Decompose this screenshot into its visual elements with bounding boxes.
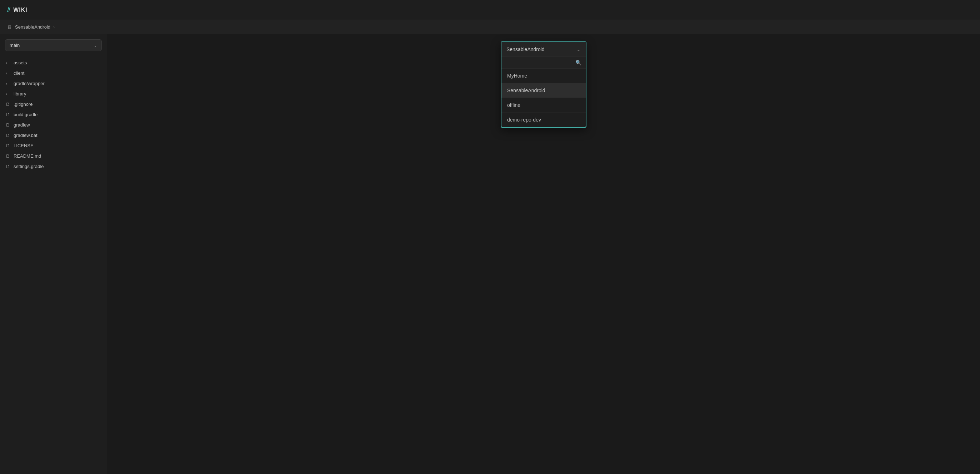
tree-item-assets[interactable]: › assets (0, 57, 107, 68)
file-icon: 🗋 (6, 143, 11, 148)
breadcrumb-bar: 🖥 SensableAndroid › (0, 20, 980, 34)
folder-chevron-icon: › (6, 71, 11, 76)
tree-item-license[interactable]: 🗋 LICENSE (0, 140, 107, 151)
dropdown-list: MyHome SensableAndroid offline demo-repo… (501, 69, 586, 127)
tree-item-label: build.gradle (14, 112, 38, 117)
folder-chevron-icon: › (6, 81, 11, 86)
dropdown-search-input[interactable] (506, 60, 573, 65)
dropdown-item-label: offline (507, 102, 520, 108)
file-icon: 🗋 (6, 164, 11, 169)
tree-item-gradle-wrapper[interactable]: › gradle/wrapper (0, 78, 107, 89)
breadcrumb-chevron-icon: › (53, 25, 55, 30)
tree-item-gradlew[interactable]: 🗋 gradlew (0, 120, 107, 130)
content-area: SensableAndroid ⌄ 🔍 MyHome SensableAndro… (107, 34, 980, 474)
tree-item-gitignore[interactable]: 🗋 .gitignore (0, 99, 107, 109)
repo-icon: 🖥 (7, 24, 12, 30)
tree-item-label: .gitignore (14, 102, 32, 107)
logo-slashes-icon: // (7, 6, 10, 14)
file-icon: 🗋 (6, 112, 11, 117)
tree-item-label: gradlew.bat (14, 132, 38, 138)
tree-item-label: library (14, 91, 26, 97)
tree-item-build-gradle[interactable]: 🗋 build.gradle (0, 109, 107, 120)
tree-item-label: README.md (14, 153, 41, 159)
file-tree: › assets › client › gradle/wrapper › lib… (0, 55, 107, 174)
branch-selector[interactable]: main ⌄ (5, 39, 102, 51)
file-icon: 🗋 (6, 102, 11, 107)
file-icon: 🗋 (6, 132, 11, 138)
dropdown-header[interactable]: SensableAndroid ⌄ (501, 42, 586, 57)
repo-dropdown[interactable]: SensableAndroid ⌄ 🔍 MyHome SensableAndro… (501, 41, 586, 128)
logo: // WIKI (7, 6, 27, 14)
file-icon: 🗋 (6, 122, 11, 128)
logo-text: WIKI (13, 7, 27, 13)
tree-item-label: settings.gradle (14, 164, 44, 169)
dropdown-chevron-icon[interactable]: ⌄ (576, 46, 581, 52)
dropdown-search-container: 🔍 (501, 57, 586, 69)
dropdown-item-sensableandroid[interactable]: SensableAndroid (501, 83, 586, 98)
dropdown-item-myhome[interactable]: MyHome (501, 69, 586, 83)
tree-item-library[interactable]: › library (0, 89, 107, 99)
sidebar: main ⌄ › assets › client › gradle/wrappe… (0, 34, 107, 474)
branch-chevron-icon: ⌄ (94, 43, 97, 48)
tree-item-readme[interactable]: 🗋 README.md (0, 151, 107, 161)
topbar: // WIKI (0, 0, 980, 20)
breadcrumb-link[interactable]: SensableAndroid (15, 24, 50, 30)
tree-item-label: gradlew (14, 122, 30, 128)
dropdown-item-label: SensableAndroid (507, 88, 546, 93)
search-icon: 🔍 (575, 60, 581, 65)
tree-item-label: LICENSE (14, 143, 33, 148)
file-icon: 🗋 (6, 153, 11, 159)
main-layout: main ⌄ › assets › client › gradle/wrappe… (0, 34, 980, 474)
branch-name: main (10, 43, 20, 48)
tree-item-label: assets (14, 60, 27, 65)
folder-chevron-icon: › (6, 61, 11, 65)
tree-item-label: client (14, 70, 24, 76)
dropdown-item-label: MyHome (507, 73, 527, 79)
dropdown-item-label: demo-repo-dev (507, 117, 541, 123)
dropdown-selected-value: SensableAndroid (506, 46, 545, 52)
dropdown-item-offline[interactable]: offline (501, 98, 586, 113)
tree-item-gradlew-bat[interactable]: 🗋 gradlew.bat (0, 130, 107, 140)
folder-chevron-icon: › (6, 91, 11, 97)
tree-item-label: gradle/wrapper (14, 81, 45, 86)
tree-item-client[interactable]: › client (0, 68, 107, 78)
dropdown-item-demo-repo-dev[interactable]: demo-repo-dev (501, 113, 586, 127)
tree-item-settings-gradle[interactable]: 🗋 settings.gradle (0, 161, 107, 172)
